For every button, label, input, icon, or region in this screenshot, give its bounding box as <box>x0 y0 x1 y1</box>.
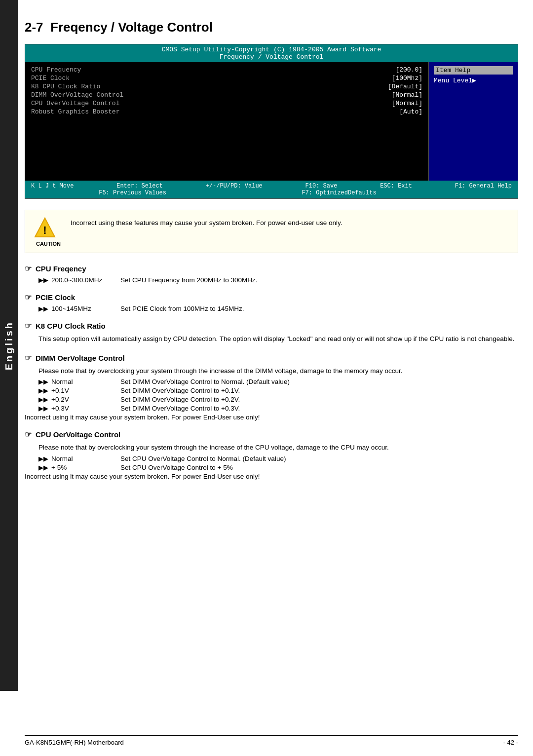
entry-para-k8-cpu-clock-ratio: This setup option will automatically ass… <box>38 334 518 344</box>
entry-cpu-frequency: ☞CPU Freqency▶▶200.0~300.0MHzSet CPU Fre… <box>25 264 518 284</box>
sub-desc: Set DIMM OverVoltage Control to +0.1V. <box>120 387 518 394</box>
bios-row: DIMM OverVoltage Control[Normal] <box>31 91 422 99</box>
entry-note-dimm-overvoltage: Incorrect using it may cause your system… <box>25 414 518 421</box>
sub-arrow-icon: ▶▶ <box>38 378 48 385</box>
bios-row: PCIE Clock[100Mhz] <box>31 75 422 82</box>
arrow-icon: ☞ <box>25 430 32 439</box>
sub-value: 100~145MHz <box>51 305 120 312</box>
menu-level: Menu Level▶ <box>434 76 513 84</box>
caution-text: Incorrect using these features may cause… <box>71 216 343 228</box>
sub-desc: Set DIMM OverVoltage Control to +0.3V. <box>120 405 518 412</box>
bios-row: CPU Frequency[200.0] <box>31 66 422 74</box>
caution-icon: ! <box>33 216 57 240</box>
sub-arrow-icon: ▶▶ <box>38 387 48 394</box>
sub-arrow-icon: ▶▶ <box>38 396 48 403</box>
sub-desc: Set PCIE Clock from 100MHz to 145MHz. <box>120 305 518 312</box>
section-title: 2-7 Freqency / Voltage Control <box>25 20 518 35</box>
sub-desc: Set DIMM OverVoltage Control to +0.2V. <box>120 396 518 403</box>
sub-value: Normal <box>51 455 120 462</box>
bios-footer-row1: K L J t MoveEnter: Select+/-/PU/PD: Valu… <box>31 183 512 189</box>
sub-arrow-icon: ▶▶ <box>38 276 48 284</box>
caution-label: CAUTION <box>36 241 61 247</box>
bios-footer: K L J t MoveEnter: Select+/-/PU/PD: Valu… <box>25 181 518 198</box>
bios-row: Robust Graphics Booster[Auto] <box>31 108 422 115</box>
entry-cpu-overvoltage: ☞CPU OerVoltage ControlPlease note that … <box>25 430 518 480</box>
entry-heading-pcie-clock: ☞PCIE Clock <box>25 293 518 302</box>
entry-para-dimm-overvoltage: Please note that by overclocking your sy… <box>38 366 518 377</box>
svg-text:!: ! <box>43 224 46 236</box>
sub-value: +0.3V <box>51 405 120 412</box>
sub-desc: Set CPU OverVoltage Control to Normal. (… <box>120 455 518 462</box>
sub-entry: ▶▶+0.2VSet DIMM OverVoltage Control to +… <box>38 396 518 403</box>
arrow-icon: ☞ <box>25 293 32 302</box>
sub-entry: ▶▶+ 5%Set CPU OverVoltage Control to + 5… <box>38 464 518 471</box>
sub-arrow-icon: ▶▶ <box>38 405 48 412</box>
sub-arrow-icon: ▶▶ <box>38 464 48 471</box>
bios-menu: CPU Frequency[200.0]PCIE Clock[100Mhz]K8… <box>25 62 429 181</box>
bios-header: CMOS Setup Utility-Copyright (C) 1984-20… <box>25 44 518 62</box>
entry-para-cpu-overvoltage: Please note that by overclocking your sy… <box>38 442 518 453</box>
footer-right: - 42 - <box>503 739 518 746</box>
bios-row: CPU OverVoltage Control[Normal] <box>31 100 422 107</box>
entry-heading-dimm-overvoltage: ☞DIMM OerVoltage Control <box>25 353 518 363</box>
bios-row: K8 CPU Clock Ratio[Default] <box>31 83 422 90</box>
caution-box: ! CAUTION Incorrect using these features… <box>25 210 518 253</box>
page-footer: GA-K8N51GMF(-RH) Motherboard - 42 - <box>25 735 518 746</box>
entries-container: ☞CPU Freqency▶▶200.0~300.0MHzSet CPU Fre… <box>25 264 518 480</box>
sub-entry: ▶▶100~145MHzSet PCIE Clock from 100MHz t… <box>38 305 518 312</box>
entry-heading-k8-cpu-clock-ratio: ☞K8 CPU Clock Ratio <box>25 321 518 331</box>
sub-value: +0.1V <box>51 387 120 394</box>
sub-value: Normal <box>51 378 120 385</box>
bios-screen: CMOS Setup Utility-Copyright (C) 1984-20… <box>25 44 518 199</box>
sub-entry: ▶▶NormalSet CPU OverVoltage Control to N… <box>38 455 518 462</box>
entry-k8-cpu-clock-ratio: ☞K8 CPU Clock RatioThis setup option wil… <box>25 321 518 344</box>
sub-desc: Set CPU Frequency from 200MHz to 300MHz. <box>120 276 518 284</box>
bios-footer-row2: F5: Previous ValuesF7: OptimizedDefaults <box>31 189 512 196</box>
arrow-icon: ☞ <box>25 321 32 331</box>
entry-pcie-clock: ☞PCIE Clock▶▶100~145MHzSet PCIE Clock fr… <box>25 293 518 312</box>
entry-dimm-overvoltage: ☞DIMM OerVoltage ControlPlease note that… <box>25 353 518 421</box>
sub-value: +0.2V <box>51 396 120 403</box>
arrow-icon: ☞ <box>25 264 32 273</box>
entry-note-cpu-overvoltage: Incorrect using it may cause your system… <box>25 473 518 480</box>
bios-help-panel: Item Help Menu Level▶ <box>429 62 518 181</box>
side-tab: English <box>0 0 18 691</box>
sub-entry: ▶▶+0.3VSet DIMM OverVoltage Control to +… <box>38 405 518 412</box>
arrow-icon: ☞ <box>25 353 32 363</box>
sub-value: + 5% <box>51 464 120 471</box>
sub-desc: Set CPU OverVoltage Control to + 5% <box>120 464 518 471</box>
footer-left: GA-K8N51GMF(-RH) Motherboard <box>25 739 124 746</box>
item-help-title: Item Help <box>434 66 513 75</box>
entry-heading-cpu-overvoltage: ☞CPU OerVoltage Control <box>25 430 518 439</box>
side-tab-label: English <box>3 321 15 370</box>
sub-value: 200.0~300.0MHz <box>51 276 120 284</box>
entry-heading-cpu-frequency: ☞CPU Freqency <box>25 264 518 273</box>
sub-arrow-icon: ▶▶ <box>38 305 48 312</box>
sub-entry: ▶▶+0.1VSet DIMM OverVoltage Control to +… <box>38 387 518 394</box>
sub-entry: ▶▶NormalSet DIMM OverVoltage Control to … <box>38 378 518 385</box>
sub-desc: Set DIMM OverVoltage Control to Normal. … <box>120 378 518 385</box>
sub-arrow-icon: ▶▶ <box>38 455 48 462</box>
sub-entry: ▶▶200.0~300.0MHzSet CPU Frequency from 2… <box>38 276 518 284</box>
